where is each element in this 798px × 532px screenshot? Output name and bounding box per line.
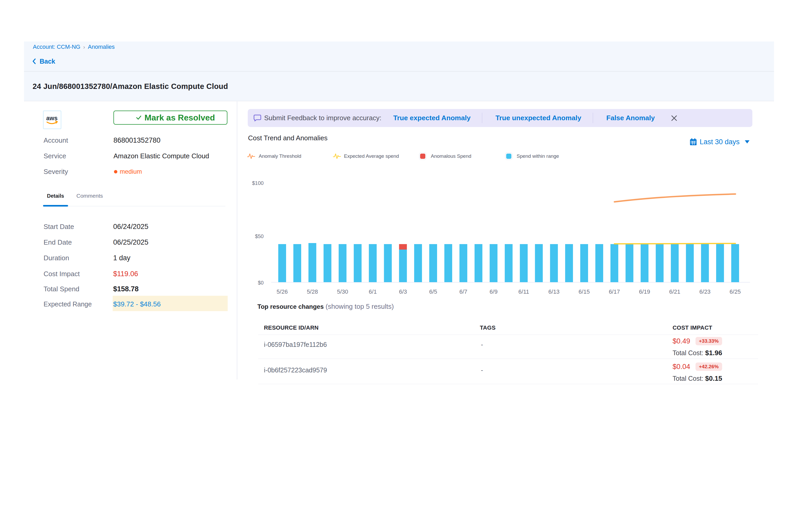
svg-text:6/9: 6/9	[490, 288, 498, 295]
svg-text:6/15: 6/15	[579, 288, 590, 295]
svg-text:6/17: 6/17	[609, 288, 620, 295]
svg-text:$0: $0	[258, 280, 264, 286]
svg-text:6/19: 6/19	[639, 288, 650, 295]
svg-text:6/1: 6/1	[369, 288, 377, 295]
svg-text:6/11: 6/11	[518, 288, 529, 295]
svg-text:6/25: 6/25	[730, 288, 741, 295]
svg-text:6/3: 6/3	[399, 288, 407, 295]
svg-text:6/21: 6/21	[669, 288, 680, 295]
svg-text:$50: $50	[255, 233, 264, 239]
svg-text:6/7: 6/7	[459, 288, 468, 295]
svg-text:5/28: 5/28	[307, 288, 318, 295]
svg-text:6/13: 6/13	[548, 288, 559, 295]
svg-text:aws: aws	[46, 115, 57, 121]
svg-text:5/30: 5/30	[337, 288, 348, 295]
svg-text:6/5: 6/5	[429, 288, 437, 295]
svg-text:$100: $100	[252, 180, 264, 186]
svg-text:5/26: 5/26	[277, 288, 288, 295]
svg-text:6/23: 6/23	[699, 288, 711, 295]
